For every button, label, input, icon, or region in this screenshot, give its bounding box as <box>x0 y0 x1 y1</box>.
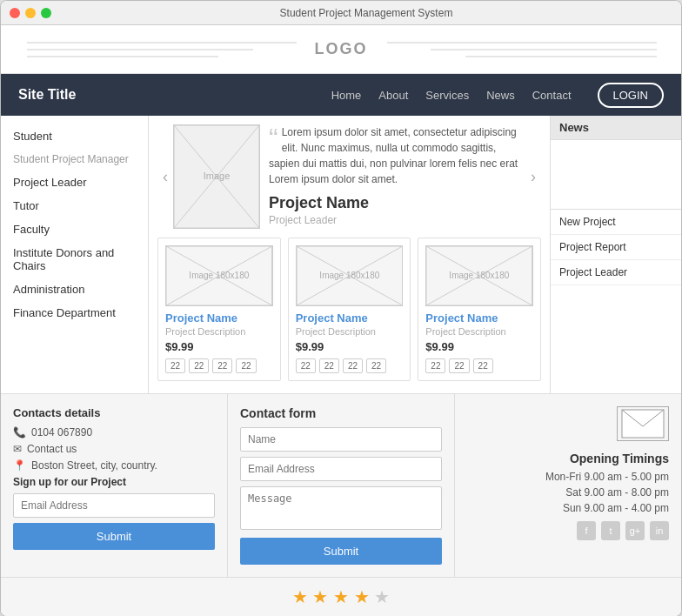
minimize-button[interactable] <box>25 8 36 18</box>
main-window: Student Project Management System LOGO S… <box>0 0 682 616</box>
card-3-tags: 22 22 22 <box>425 358 533 373</box>
opening-row-1: Sat 9.00 am - 8.00 pm <box>467 486 669 499</box>
carousel-prev[interactable]: ‹ <box>157 168 173 186</box>
contact-form-title: Contact form <box>240 406 442 420</box>
footer: Contacts details 📞 0104 067890 ✉ Contact… <box>1 393 681 577</box>
signup-email-input[interactable] <box>13 493 215 518</box>
sidebar-item-project-leader[interactable]: Project Leader <box>1 171 148 194</box>
opening-row-0: Mon-Fri 9.00 am - 5.00 pm <box>467 471 669 483</box>
card-image-2: Image 180x180 <box>296 245 404 306</box>
facebook-icon[interactable]: f <box>577 521 596 540</box>
phone-icon: 📞 <box>13 426 26 439</box>
contacts-title: Contacts details <box>13 406 215 419</box>
carousel-next[interactable]: › <box>525 168 541 186</box>
logo-bar: LOGO <box>1 25 681 74</box>
close-button[interactable] <box>10 8 20 18</box>
carousel-description: Lorem ipsum dolor sit amet, consectetur … <box>269 126 518 185</box>
svg-text:Image 180x180: Image 180x180 <box>189 271 249 280</box>
card-2-name[interactable]: Project Name <box>296 311 404 325</box>
opening-row-2: Sun 9.00 am - 4.00 pm <box>467 502 669 514</box>
card-3-name[interactable]: Project Name <box>425 311 533 325</box>
card-1-tag-3[interactable]: 22 <box>236 358 256 373</box>
carousel-project-name: Project Name <box>269 194 525 212</box>
sidebar-item-faculty[interactable]: Faculty <box>1 218 148 241</box>
svg-rect-22 <box>622 410 664 438</box>
project-cards: Image 180x180 Project Name Project Descr… <box>157 238 541 385</box>
carousel-text: “ Lorem ipsum dolor sit amet, consectetu… <box>269 124 525 226</box>
sidebar-item-finance[interactable]: Finance Department <box>1 301 148 325</box>
card-3-tag-2[interactable]: 22 <box>473 358 493 373</box>
card-1-tag-1[interactable]: 22 <box>189 358 209 373</box>
card-2-tag-0[interactable]: 22 <box>296 358 316 373</box>
sidebar-item-institute[interactable]: Institute Donors and Chairs <box>1 241 148 278</box>
quote-icon: “ <box>269 124 278 152</box>
contact-name-input[interactable] <box>240 427 442 452</box>
site-title: Site Title <box>18 87 76 103</box>
news-content <box>551 140 681 210</box>
stars-bar: ★ ★ ★ ★ ★ <box>1 577 681 616</box>
location-icon: 📍 <box>13 459 26 472</box>
card-1-price: $9.99 <box>165 340 273 353</box>
envelope-icon <box>617 406 669 441</box>
footer-opening: Opening Timings Mon-Fri 9.00 am - 5.00 p… <box>454 394 681 577</box>
card-1-tag-0[interactable]: 22 <box>165 358 185 373</box>
card-1-name[interactable]: Project Name <box>165 311 273 325</box>
twitter-icon[interactable]: t <box>601 521 620 540</box>
star-2[interactable]: ★ <box>312 587 328 606</box>
star-1[interactable]: ★ <box>292 587 308 606</box>
signup-submit-button[interactable]: Submit <box>13 523 215 550</box>
window-title: Student Project Management System <box>60 7 672 19</box>
project-card-1: Image 180x180 Project Name Project Descr… <box>157 238 281 381</box>
sidebar-item-administration[interactable]: Administration <box>1 278 148 301</box>
star-3[interactable]: ★ <box>333 587 349 606</box>
card-3-tag-1[interactable]: 22 <box>449 358 469 373</box>
right-menu-project-leader[interactable]: Project Leader <box>551 260 681 285</box>
nav-services[interactable]: Services <box>425 89 469 102</box>
footer-phone: 📞 0104 067890 <box>13 426 215 439</box>
footer-contact-us[interactable]: ✉ Contact us <box>13 443 215 455</box>
signup-label: Sign up for our Project <box>13 476 215 488</box>
card-image-1: Image 180x180 <box>165 245 273 306</box>
sidebar-item-student-project-manager[interactable]: Student Project Manager <box>1 148 148 171</box>
right-menu-new-project[interactable]: New Project <box>551 210 681 235</box>
footer-contact-form: Contact form Submit <box>227 394 454 577</box>
sidebar-item-student[interactable]: Student <box>1 124 148 148</box>
card-2-tag-3[interactable]: 22 <box>366 358 386 373</box>
footer-contacts: Contacts details 📞 0104 067890 ✉ Contact… <box>1 394 227 577</box>
carousel-project-leader: Project Leader <box>269 214 525 226</box>
project-card-2: Image 180x180 Project Name Project Descr… <box>288 238 411 381</box>
card-2-price: $9.99 <box>296 340 404 353</box>
right-menu-project-report[interactable]: Project Report <box>551 235 681 260</box>
carousel-content: Image “ Lorem ipsum dolor sit amet, cons… <box>173 124 525 229</box>
maximize-button[interactable] <box>41 8 51 18</box>
card-3-desc: Project Description <box>425 326 533 337</box>
card-3-tag-0[interactable]: 22 <box>425 358 445 373</box>
nav-news[interactable]: News <box>486 89 515 102</box>
contact-email-input[interactable] <box>240 457 442 481</box>
sidebar-item-tutor[interactable]: Tutor <box>1 194 148 218</box>
nav-contact[interactable]: Contact <box>532 89 572 102</box>
svg-text:Image 180x180: Image 180x180 <box>450 271 510 280</box>
social-icons: f t g+ in <box>467 521 669 540</box>
center-area: ‹ Image <box>149 116 551 393</box>
star-5[interactable]: ★ <box>374 587 390 606</box>
card-3-price: $9.99 <box>425 340 533 353</box>
card-2-tag-2[interactable]: 22 <box>343 358 363 373</box>
contact-message-input[interactable] <box>240 486 442 530</box>
card-1-desc: Project Description <box>165 326 273 337</box>
googleplus-icon[interactable]: g+ <box>625 521 645 540</box>
card-1-tag-2[interactable]: 22 <box>212 358 232 373</box>
right-sidebar: News New Project Project Report Project … <box>551 116 681 393</box>
contact-submit-button[interactable]: Submit <box>240 538 442 565</box>
window-controls <box>10 8 51 18</box>
nav-about[interactable]: About <box>378 89 408 102</box>
nav-home[interactable]: Home <box>331 89 362 102</box>
linkedin-icon[interactable]: in <box>650 521 669 540</box>
sidebar: Student Student Project Manager Project … <box>1 116 149 393</box>
news-header: News <box>551 116 681 140</box>
project-card-3: Image 180x180 Project Name Project Descr… <box>418 238 541 381</box>
card-2-tag-1[interactable]: 22 <box>319 358 339 373</box>
login-button[interactable]: LOGIN <box>598 83 664 108</box>
star-4[interactable]: ★ <box>354 587 370 606</box>
carousel-image: Image <box>173 124 260 229</box>
